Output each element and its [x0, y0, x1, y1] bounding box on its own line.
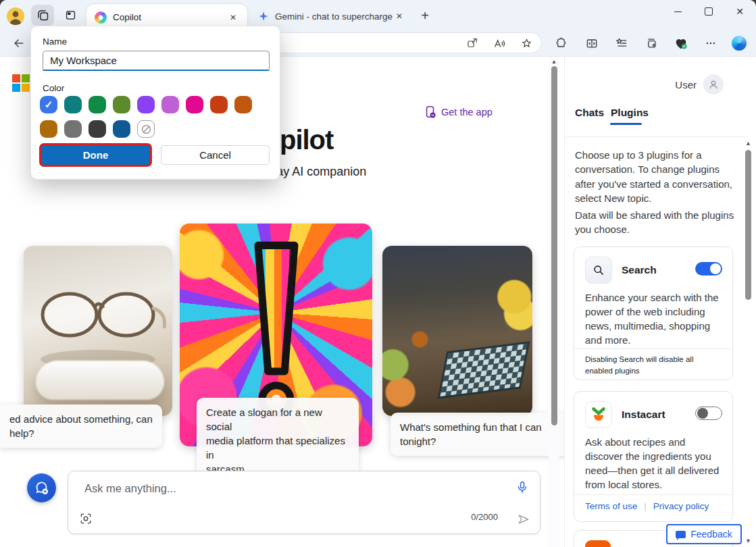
split-screen-button[interactable]	[584, 35, 600, 51]
name-label: Name	[43, 36, 67, 47]
color-swatch[interactable]	[210, 96, 228, 113]
visual-search-button[interactable]	[79, 512, 93, 525]
tab-plugins[interactable]: Plugins	[611, 107, 649, 119]
ellipsis-icon	[704, 36, 717, 50]
scroll-down-icon[interactable]: ▼	[745, 538, 751, 544]
send-button[interactable]	[517, 513, 530, 526]
main-scrollbar[interactable]: ▲	[549, 57, 559, 547]
color-swatch[interactable]	[137, 96, 155, 113]
settings-menu-button[interactable]	[703, 35, 719, 51]
tab-actions-button[interactable]	[61, 6, 80, 24]
search-toggle[interactable]	[695, 262, 722, 276]
workspaces-icon	[36, 8, 50, 22]
kayak-icon: K	[585, 540, 611, 547]
favorites-list-button[interactable]	[613, 35, 630, 51]
kayak-plugin-icon-box: K	[585, 540, 611, 547]
plugin-card-instacart: Instacart Ask about recipes and discover…	[574, 391, 733, 522]
terms-of-use-link[interactable]: Terms of use	[585, 501, 637, 511]
new-tab-button[interactable]: +	[416, 7, 434, 24]
scroll-up-icon[interactable]: ▲	[551, 58, 557, 65]
prompt-card-text[interactable]: ed advice about something, can help?	[0, 405, 162, 448]
chat-input[interactable]	[83, 481, 464, 496]
profile-avatar[interactable]	[7, 7, 24, 25]
color-swatch[interactable]	[64, 96, 82, 113]
extensions-button[interactable]	[553, 35, 569, 51]
color-swatch[interactable]	[113, 96, 130, 113]
gemini-favicon	[258, 11, 269, 22]
browser-essentials-icon	[674, 36, 688, 51]
prompt-card-image[interactable]	[382, 246, 532, 416]
plugin-description: Ask about recipes and discover the ingre…	[585, 435, 723, 492]
mic-button[interactable]	[515, 480, 529, 495]
maximize-icon	[705, 7, 713, 16]
extensions-icon	[554, 36, 568, 50]
scrollbar-thumb[interactable]	[745, 150, 751, 300]
done-button[interactable]: Done	[41, 145, 150, 165]
workspaces-button[interactable]	[31, 5, 54, 26]
visual-search-icon	[79, 512, 93, 525]
prompt-card-text[interactable]: What's something fun that I can tonight?	[390, 413, 564, 456]
chat-input-box[interactable]: 0/2000	[68, 471, 540, 534]
microsoft-logo[interactable]	[12, 74, 30, 92]
close-button[interactable]: ✕	[726, 1, 754, 22]
color-swatch[interactable]	[113, 120, 130, 138]
copilot-sidebar-button[interactable]	[731, 35, 747, 51]
tab-chats[interactable]: Chats	[575, 107, 604, 119]
minimize-button[interactable]	[663, 1, 692, 22]
color-swatch[interactable]	[89, 120, 106, 138]
tab-title: Gemini - chat to supercharge yo	[275, 11, 393, 22]
person-icon	[7, 7, 24, 25]
color-swatch[interactable]	[234, 96, 252, 113]
maximize-button[interactable]	[695, 1, 723, 22]
instacart-carrot-icon	[590, 407, 607, 423]
feedback-bubble-icon	[676, 531, 686, 538]
divider	[574, 494, 732, 495]
tab-close-icon[interactable]: ✕	[227, 11, 239, 24]
tab-gemini[interactable]: Gemini - chat to supercharge yo ✕	[253, 6, 411, 26]
prompt-card-image[interactable]	[24, 246, 172, 416]
share-button[interactable]	[464, 35, 480, 51]
share-icon	[466, 37, 478, 49]
feedback-label: Feedback	[690, 529, 732, 540]
panel-scrollbar[interactable]: ▲ ▼	[743, 138, 753, 547]
color-swatch-selected[interactable]: ✓	[40, 96, 57, 113]
board-game	[438, 341, 530, 398]
feedback-button[interactable]: Feedback	[666, 524, 742, 544]
tab-actions-icon	[64, 9, 77, 22]
get-the-app-link[interactable]: Get the app	[424, 105, 493, 119]
link-separator: |	[644, 501, 647, 511]
new-topic-button[interactable]	[27, 473, 56, 502]
copilot-icon	[732, 36, 747, 51]
collections-button[interactable]	[643, 35, 659, 51]
favorite-button[interactable]	[518, 35, 534, 51]
color-swatch[interactable]	[89, 96, 106, 113]
close-icon: ✕	[736, 6, 744, 17]
back-button[interactable]	[11, 35, 27, 51]
user-account[interactable]: User	[675, 74, 724, 95]
color-swatch[interactable]	[40, 120, 57, 138]
instacart-toggle[interactable]	[695, 407, 722, 420]
color-row-1: ✓	[40, 96, 252, 113]
tab-title: Copilot	[113, 12, 227, 22]
color-swatch[interactable]	[186, 96, 203, 113]
char-counter: 0/2000	[471, 512, 498, 522]
mouse-object	[36, 361, 164, 400]
workspace-name-input[interactable]	[43, 51, 270, 71]
scroll-up-icon[interactable]: ▲	[745, 140, 751, 147]
color-swatch[interactable]	[161, 96, 179, 113]
browser-essentials-button[interactable]	[673, 35, 689, 51]
scrollbar-thumb[interactable]	[551, 66, 557, 425]
privacy-policy-link[interactable]: Privacy policy	[653, 501, 709, 511]
plugin-card-search: Search Enhance your search with the powe…	[574, 246, 733, 380]
plugins-intro: Choose up to 3 plugins for a conversatio…	[575, 148, 737, 205]
no-color-swatch[interactable]	[137, 120, 155, 138]
cancel-button[interactable]: Cancel	[161, 145, 270, 165]
split-screen-icon	[585, 36, 599, 50]
divider	[565, 136, 747, 137]
plugins-data-note: Data will be shared with the plugins you…	[575, 208, 737, 237]
tab-close-icon[interactable]: ✕	[393, 10, 405, 22]
color-swatch[interactable]	[64, 120, 82, 138]
user-avatar[interactable]	[703, 74, 724, 95]
read-aloud-button[interactable]	[491, 35, 507, 51]
search-plugin-icon-box	[585, 257, 612, 284]
